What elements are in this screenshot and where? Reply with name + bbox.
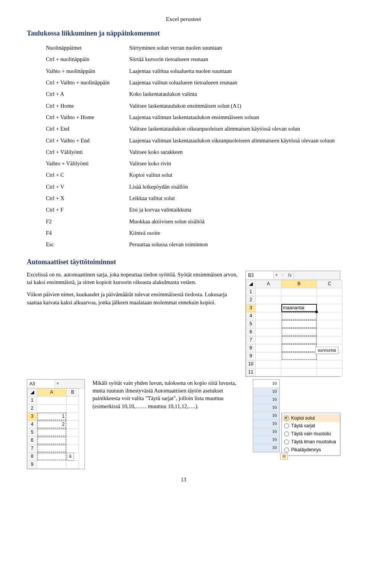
col-header-a[interactable]: A [256,280,281,288]
row-header[interactable]: 7 [28,444,37,452]
row-header[interactable]: 4 [28,420,37,428]
shortcut-key: Vaihto + nuolinäppäin [46,65,129,77]
row-header[interactable]: 9 [28,460,37,468]
cell-tens[interactable]: 10 [253,412,279,420]
name-box[interactable]: B3 [246,271,274,279]
autofill-paragraph-1: Excelissä on ns. automaattinen sarja, jo… [27,271,239,286]
shortcut-key: Ctrl + Välilyönti [46,146,129,158]
select-all-corner[interactable]: ◢ [28,388,37,396]
row-header[interactable]: 3 [246,304,256,312]
menu-item-copy-cells[interactable]: Kopioi solut [282,414,340,422]
shortcut-key: Esc [46,239,129,250]
autofill-tooltip: sunnuntai [315,347,338,354]
radio-icon [284,447,289,452]
row-header[interactable]: 6 [246,328,256,336]
shortcut-row: Vaihto + nuolinäppäinLaajentaa valittua … [46,65,359,77]
shortcut-key: Ctrl + nuolinäppäin [46,53,129,65]
autofill-paragraph-2: Viikon päivien nimet, kuukaudet ja päivä… [27,291,239,306]
row-header[interactable]: 8 [28,452,37,460]
shortcut-key: Nuolinäppäimet [46,42,129,53]
shortcut-row: EscPeruuttaa solussa olevan toiminnon [46,239,359,250]
cell-a4[interactable]: 2 [37,420,67,428]
row-header[interactable]: 4 [246,312,256,320]
row-header[interactable]: 10 [246,360,256,368]
row-header[interactable]: 2 [28,404,37,412]
shortcut-row: Ctrl + HomeValitsee laskentataulukon ens… [46,100,359,111]
shortcut-row: Ctrl + FEtsi ja korvaa valintaikkuna [46,204,359,215]
excel-screenshot-numbers: A3 ▾ ◢ A B 1 2 31 42 5 6 7 8 9 6 [27,379,85,469]
shortcut-key: F2 [46,216,129,227]
shortcut-key: Ctrl + X [46,192,129,204]
excel-screenshot-weekdays: B3 ▾ ○ fx ◢ A B C 1 2 3maanantai 4 5 6 7 [245,271,340,377]
autofill-tooltip: 6 [67,453,74,460]
row-header[interactable]: 7 [246,336,256,344]
name-box[interactable]: A3 [27,380,55,388]
shortcut-row: Ctrl + AKoko laskentataulukon valinta [46,88,359,100]
select-all-corner[interactable]: ◢ [246,280,256,288]
menu-item-fill-without-formatting[interactable]: Täytä ilman muotoilua [282,438,340,446]
shortcut-description: Peruuttaa solussa olevan toiminnon [129,239,359,250]
autofill-options-button[interactable]: ▦ [280,453,288,460]
cell-tens[interactable]: 10 [253,428,279,436]
cell-a3[interactable]: 1 [37,412,67,420]
row-header[interactable]: 1 [28,396,37,404]
shortcut-key: Ctrl + A [46,88,129,100]
col-header-b[interactable]: B [281,280,317,288]
section-heading-autofill: Automaattiset täyttötoiminnot [27,257,340,267]
row-header[interactable]: 1 [246,288,256,296]
shortcut-description: Leikkaa valitut solut [129,192,359,204]
shortcut-description: Valitsee laskentataulukon ensimmäisen so… [129,100,359,111]
row-header[interactable]: 5 [28,428,37,436]
menu-item-flash-fill[interactable]: Pikatäydennys [282,446,340,454]
shortcut-description: Kiinteä osoite [129,227,359,239]
shortcut-description: Laajentaa valinnan laskentataulukon ensi… [129,111,359,123]
shortcut-row: Ctrl + VälilyöntiValitsee koko sarakkeen [46,146,359,158]
row-header[interactable]: 9 [246,352,256,360]
shortcut-row: Ctrl + XLeikkaa valitut solut [46,192,359,204]
shortcut-row: Ctrl + Vaihto + HomeLaajentaa valinnan l… [46,111,359,123]
col-header-a[interactable]: A [37,388,67,396]
cell-tens[interactable]: 10 [253,380,279,388]
row-header[interactable]: 2 [246,296,256,304]
shortcut-description: Valitsee koko sarakkeen [129,146,359,158]
shortcut-description: Laajentaa valittua solualuetta nuolen su… [129,65,359,77]
shortcut-key: Ctrl + Vaihto + End [46,135,129,146]
excel-screenshot-tens: 101010101010101010 ▦ [253,379,280,452]
shortcut-description: Kopioi valitut solut [129,169,359,181]
shortcut-row: Ctrl + VLisää leikepöydän sisällön [46,181,359,192]
menu-item-fill-series[interactable]: Täytä sarjat [282,422,340,430]
cell-tens[interactable]: 10 [253,396,279,404]
menu-item-fill-formatting[interactable]: Täytä vain muotoilu [282,430,340,438]
shortcut-description: Laajentaa valitun solualueen tietoalueen… [129,77,359,88]
shortcut-row: F4Kiinteä osoite [46,227,359,239]
radio-icon [284,431,289,436]
cell-b3[interactable]: maanantai [281,304,317,312]
cell-tens[interactable]: 10 [253,388,279,396]
cell-tens[interactable]: 10 [253,404,279,412]
shortcut-key: Ctrl + V [46,181,129,192]
radio-icon [284,423,289,428]
col-header-b[interactable]: B [67,388,79,396]
shortcut-description: Siirtyminen solun verran nuolen suuntaan [129,42,359,53]
shortcut-row: Vaihto + VälilyöntiValitsee koko rivin [46,158,359,169]
fx-button[interactable]: fx [286,271,294,279]
autofill-paragraph-3: Mikäli syötät vain yhden luvun, tuloksen… [93,379,245,410]
shortcut-description: Laajentaa valinnan laskentataulukon oike… [129,135,359,146]
shortcut-description: Koko laskentataulukon valinta [129,88,359,100]
cell-tens[interactable]: 10 [253,444,279,452]
shortcut-key: Ctrl + Vaihto + Home [46,111,129,123]
row-header[interactable]: 3 [28,412,37,420]
section-heading-shortcuts: Taulukossa liikkuminen ja näppäinkomenno… [27,29,340,38]
radio-icon [284,439,289,444]
document-header: Excel perusteet [27,15,340,23]
shortcut-key: Vaihto + Välilyönti [46,158,129,169]
col-header-c[interactable]: C [317,280,343,288]
row-header[interactable]: 6 [28,436,37,444]
cell-tens[interactable]: 10 [253,420,279,428]
shortcut-description: Valitsee laskentataulukon oikeanpuoleise… [129,123,359,134]
cell-tens[interactable]: 10 [253,436,279,444]
row-header[interactable]: 5 [246,320,256,328]
shortcut-key: Ctrl + Home [46,100,129,111]
row-header[interactable]: 11 [246,368,256,376]
row-header[interactable]: 8 [246,344,256,352]
